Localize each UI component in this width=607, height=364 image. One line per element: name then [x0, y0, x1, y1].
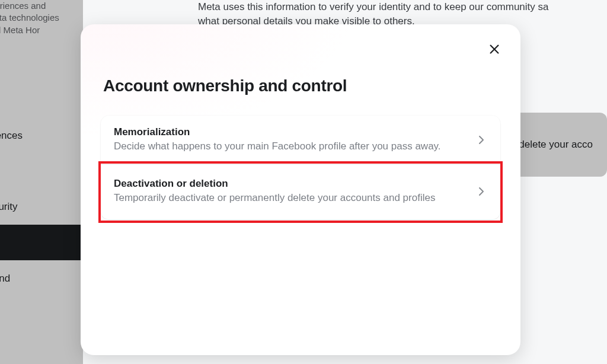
close-icon — [488, 43, 501, 56]
chevron-right-icon — [475, 134, 487, 146]
modal-overlay: Account ownership and control Memorializ… — [0, 0, 607, 364]
account-ownership-modal: Account ownership and control Memorializ… — [81, 24, 520, 355]
deactivation-deletion-option[interactable]: Deactivation or deletion Temporarily dea… — [101, 164, 500, 219]
option-content: Memorialization Decide what happens to y… — [114, 126, 475, 154]
option-title: Deactivation or deletion — [114, 178, 464, 190]
modal-options-list: Memorialization Decide what happens to y… — [101, 116, 500, 219]
close-button[interactable] — [486, 41, 503, 58]
modal-title: Account ownership and control — [81, 24, 520, 95]
memorialization-option[interactable]: Memorialization Decide what happens to y… — [101, 116, 500, 164]
option-title: Memorialization — [114, 126, 464, 138]
option-description: Temporarily deactivate or permanently de… — [114, 191, 464, 205]
chevron-right-icon — [475, 186, 487, 197]
option-content: Deactivation or deletion Temporarily dea… — [114, 178, 475, 205]
option-description: Decide what happens to your main Faceboo… — [114, 139, 464, 154]
